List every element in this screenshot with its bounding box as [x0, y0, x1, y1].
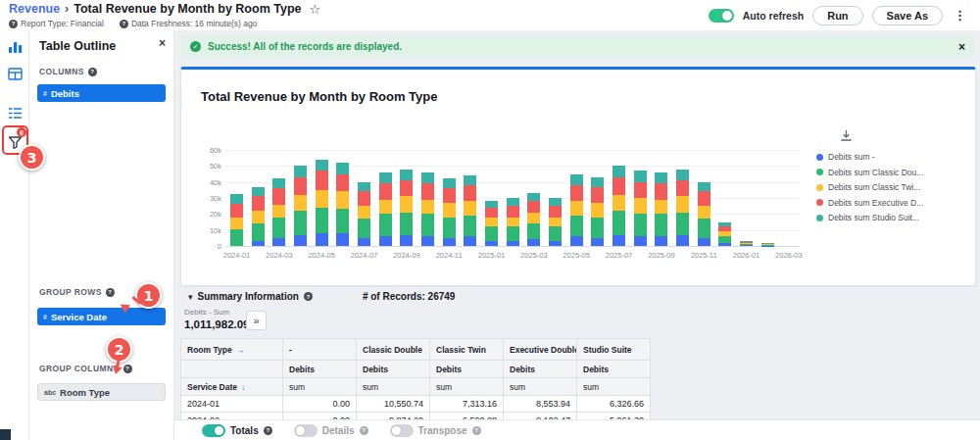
bar-segment: [379, 200, 392, 215]
bar-segment: [527, 201, 540, 212]
bar-segment: [379, 183, 392, 199]
bar-segment: [761, 243, 774, 244]
success-text: Success! All of the records are displaye…: [208, 41, 402, 52]
row-dimension-header[interactable]: Service Date↓: [181, 378, 283, 396]
column-header[interactable]: Classic Twin: [430, 339, 504, 361]
outline-list-button[interactable]: [4, 102, 25, 123]
bar-segment: [612, 166, 625, 176]
bar-segment: [464, 201, 476, 216]
bar-segment: [507, 206, 519, 217]
bar-segment: [421, 172, 434, 183]
legend-item[interactable]: Debits sum Studio Suit...: [816, 213, 923, 222]
gridline: [226, 246, 800, 247]
bar-segment: [336, 163, 349, 173]
legend-dot-icon: [816, 169, 823, 175]
summary-header-row: ▾ Summary Information # of Records: 2674…: [188, 291, 455, 302]
bar-segment: [316, 171, 328, 190]
bar-segment: [443, 218, 456, 238]
table-view-button[interactable]: [4, 63, 25, 84]
aggregation-header: sum: [504, 378, 577, 396]
column-header[interactable]: Classic Double: [357, 339, 430, 361]
legend-dot-icon: [816, 199, 823, 206]
aggregation-header: sum: [430, 378, 504, 396]
transpose-label: Transpose: [418, 425, 467, 436]
table-corner-room-type[interactable]: Room Type→: [181, 339, 283, 361]
column-chip-debits[interactable]: # Debits: [37, 84, 166, 102]
pivot-table: Room Type→-Classic DoubleClassic TwinExe…: [180, 338, 651, 429]
bar-segment: [272, 238, 285, 246]
toggle-knob: [722, 11, 732, 21]
collapse-caret-icon[interactable]: ▾: [188, 292, 193, 302]
bar-segment: [570, 216, 583, 236]
group-row-chip-service-date[interactable]: # Service Date: [37, 308, 166, 325]
chip-label: Debits: [51, 88, 79, 99]
app-window: Revenue › Total Revenue by Month by Room…: [0, 0, 980, 440]
legend-item[interactable]: Debits sum Classic Twi...: [816, 182, 923, 192]
favorite-star-icon[interactable]: ☆: [309, 3, 320, 17]
bar-segment: [464, 236, 476, 246]
legend-label: Debits sum Studio Suit...: [828, 213, 919, 222]
sort-descending-icon[interactable]: ↓: [241, 382, 245, 392]
group-column-chip-room-type[interactable]: abc Room Type: [37, 383, 166, 401]
help-icon: [360, 426, 368, 435]
field-type-icon: abc: [44, 389, 56, 396]
panel-close-button[interactable]: ×: [159, 36, 166, 50]
bar-segment: [230, 204, 243, 218]
run-button[interactable]: Run: [812, 6, 862, 25]
bar-segment: [634, 171, 647, 181]
bar-segment: [549, 206, 562, 217]
annotation-step-3: 3: [19, 144, 45, 171]
bar-segment: [740, 244, 753, 246]
x-axis-tick-label: 2025-01: [478, 251, 506, 260]
more-options-button[interactable]: ⋮: [952, 8, 968, 23]
table-row: DebitsDebitsDebitsDebitsDebits: [181, 361, 651, 378]
data-freshness-text: Data Freshness: 16 minute(s) ago: [131, 19, 258, 28]
auto-refresh-toggle[interactable]: [709, 9, 734, 23]
list-icon: [7, 105, 24, 122]
bar-chart-icon: [7, 38, 24, 55]
annotation-step-1: 1: [135, 282, 162, 309]
bar-segment: [272, 188, 285, 204]
column-header[interactable]: Studio Suite: [577, 339, 651, 361]
value-cell: 6,326.66: [577, 396, 651, 413]
bar-segment: [591, 177, 604, 187]
bar-segment: [316, 190, 328, 208]
save-as-button[interactable]: Save As: [872, 6, 943, 25]
legend-item[interactable]: Debits sum Classic Dou...: [816, 168, 923, 177]
column-header[interactable]: Executive Double: [504, 339, 577, 361]
bar-segment: [464, 185, 476, 201]
details-toggle[interactable]: [294, 424, 318, 437]
bar-segment: [252, 187, 265, 197]
banner-close-button[interactable]: ×: [958, 40, 965, 54]
bar-segment: [294, 166, 307, 176]
bar-segment: [655, 172, 667, 183]
column-header[interactable]: -: [283, 339, 357, 361]
download-chart-button[interactable]: [840, 128, 853, 146]
bar-segment: [252, 241, 265, 246]
y-axis-tick-label: 30k: [210, 194, 221, 203]
transpose-toggle[interactable]: [390, 424, 414, 437]
bar-segment: [549, 198, 562, 206]
aggregation-header: sum: [283, 378, 357, 396]
breadcrumb-revenue-link[interactable]: Revenue: [9, 3, 60, 17]
bar-segment: [570, 174, 583, 185]
help-icon: [123, 365, 132, 373]
gridline: [226, 166, 800, 167]
x-axis-tick-label: 2024-11: [436, 251, 463, 260]
bar-segment: [400, 235, 413, 246]
totals-toggle[interactable]: [202, 424, 225, 437]
legend-item[interactable]: Debits sum -: [816, 152, 923, 162]
bar-segment: [527, 239, 540, 246]
legend-item[interactable]: Debits sum Executive D...: [816, 198, 923, 208]
bar-segment: [570, 201, 583, 216]
expand-metrics-button[interactable]: »: [246, 311, 267, 330]
bar-segment: [676, 180, 689, 196]
corner-widget[interactable]: [0, 429, 11, 440]
charts-view-button[interactable]: [4, 35, 25, 57]
columns-section-label: COLUMNS: [39, 67, 97, 76]
help-icon: [472, 426, 481, 435]
columns-label-text: COLUMNS: [39, 67, 84, 76]
x-axis-tick-label: 2024-07: [351, 251, 378, 260]
bar-segment: [252, 211, 265, 223]
toggle-knob: [296, 426, 305, 435]
